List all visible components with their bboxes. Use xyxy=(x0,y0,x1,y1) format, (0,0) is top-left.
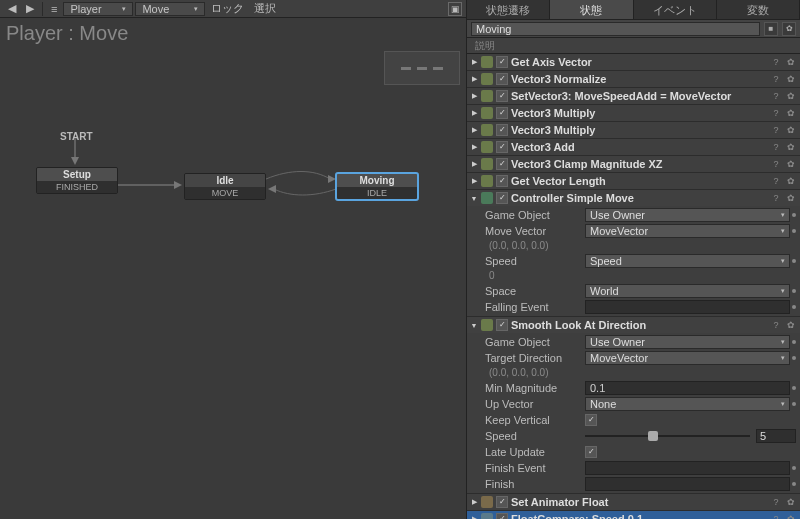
state-gear-icon[interactable]: ✿ xyxy=(782,22,796,36)
action-enabled-checkbox[interactable]: ✓ xyxy=(496,90,508,102)
var-toggle-icon[interactable] xyxy=(792,229,796,233)
tab-state[interactable]: 状態 xyxy=(550,0,633,19)
field-input[interactable] xyxy=(585,477,790,491)
gear-icon[interactable]: ✿ xyxy=(785,175,797,187)
gear-icon[interactable]: ✿ xyxy=(785,124,797,136)
state-node-moving[interactable]: Moving IDLE xyxy=(336,173,418,200)
play-button[interactable]: ▶ xyxy=(22,2,38,16)
var-toggle-icon[interactable] xyxy=(792,482,796,486)
action-enabled-checkbox[interactable]: ✓ xyxy=(496,107,508,119)
action-header[interactable]: ▶✓Vector3 Normalize?✿ xyxy=(467,71,800,87)
action-header[interactable]: ▶✓SetVector3: MoveSpeedAdd = MoveVector?… xyxy=(467,88,800,104)
gear-icon[interactable]: ✿ xyxy=(785,513,797,519)
var-toggle-icon[interactable] xyxy=(792,356,796,360)
fold-icon[interactable]: ▶ xyxy=(470,160,478,168)
action-header[interactable]: ▶✓Vector3 Multiply?✿ xyxy=(467,122,800,138)
fold-icon[interactable]: ▶ xyxy=(470,177,478,185)
action-header[interactable]: ▶✓Get Vector Length?✿ xyxy=(467,173,800,189)
fold-icon[interactable]: ▶ xyxy=(470,109,478,117)
gear-icon[interactable]: ✿ xyxy=(785,73,797,85)
help-icon[interactable]: ? xyxy=(770,175,782,187)
help-icon[interactable]: ? xyxy=(770,513,782,519)
var-toggle-icon[interactable] xyxy=(792,305,796,309)
object-dropdown[interactable]: Player xyxy=(63,2,133,16)
field-input[interactable] xyxy=(585,300,790,314)
description-label[interactable]: 説明 xyxy=(467,38,800,54)
field-input[interactable] xyxy=(585,461,790,475)
state-name-input[interactable] xyxy=(471,22,760,36)
field-checkbox[interactable]: ✓ xyxy=(585,446,597,458)
var-toggle-icon[interactable] xyxy=(792,259,796,263)
fold-icon[interactable]: ▶ xyxy=(470,515,478,519)
gear-icon[interactable]: ✿ xyxy=(785,496,797,508)
action-header[interactable]: ▶✓FloatCompare: Speed 0.1?✿ xyxy=(467,511,800,519)
action-enabled-checkbox[interactable]: ✓ xyxy=(496,73,508,85)
fold-icon[interactable]: ▶ xyxy=(470,126,478,134)
field-dropdown[interactable]: None xyxy=(585,397,790,411)
gear-icon[interactable]: ✿ xyxy=(785,319,797,331)
field-dropdown[interactable]: Use Owner xyxy=(585,335,790,349)
action-enabled-checkbox[interactable]: ✓ xyxy=(496,513,508,519)
help-icon[interactable]: ? xyxy=(770,56,782,68)
field-dropdown[interactable]: Use Owner xyxy=(585,208,790,222)
var-toggle-icon[interactable] xyxy=(792,340,796,344)
action-header[interactable]: ▼✓Controller Simple Move?✿ xyxy=(467,190,800,206)
gear-icon[interactable]: ✿ xyxy=(785,90,797,102)
help-icon[interactable]: ? xyxy=(770,141,782,153)
var-toggle-icon[interactable] xyxy=(792,466,796,470)
tab-vars[interactable]: 変数 xyxy=(717,0,800,19)
action-header[interactable]: ▶✓Set Animator Float?✿ xyxy=(467,494,800,510)
fold-icon[interactable]: ▶ xyxy=(470,75,478,83)
panel-options-icon[interactable]: ▣ xyxy=(448,2,462,16)
gear-icon[interactable]: ✿ xyxy=(785,192,797,204)
field-slider[interactable] xyxy=(585,429,796,443)
action-enabled-checkbox[interactable]: ✓ xyxy=(496,158,508,170)
back-button[interactable]: ◀ xyxy=(4,2,20,16)
var-toggle-icon[interactable] xyxy=(792,402,796,406)
lock-toggle[interactable]: ロック xyxy=(207,2,248,16)
action-enabled-checkbox[interactable]: ✓ xyxy=(496,192,508,204)
menu-button[interactable]: ≡ xyxy=(47,2,61,16)
fold-icon[interactable]: ▶ xyxy=(470,498,478,506)
color-swatch-icon[interactable]: ■ xyxy=(764,22,778,36)
tab-transition[interactable]: 状態遷移 xyxy=(467,0,550,19)
select-button[interactable]: 選択 xyxy=(250,2,280,16)
var-toggle-icon[interactable] xyxy=(792,289,796,293)
action-header[interactable]: ▶✓Vector3 Multiply?✿ xyxy=(467,105,800,121)
help-icon[interactable]: ? xyxy=(770,90,782,102)
action-header[interactable]: ▶✓Get Axis Vector?✿ xyxy=(467,54,800,70)
field-dropdown[interactable]: MoveVector xyxy=(585,351,790,365)
fold-icon[interactable]: ▶ xyxy=(470,92,478,100)
gear-icon[interactable]: ✿ xyxy=(785,56,797,68)
action-enabled-checkbox[interactable]: ✓ xyxy=(496,124,508,136)
gear-icon[interactable]: ✿ xyxy=(785,158,797,170)
help-icon[interactable]: ? xyxy=(770,158,782,170)
field-dropdown[interactable]: Speed xyxy=(585,254,790,268)
field-slider-value[interactable] xyxy=(756,429,796,443)
action-enabled-checkbox[interactable]: ✓ xyxy=(496,496,508,508)
action-enabled-checkbox[interactable]: ✓ xyxy=(496,175,508,187)
fold-icon[interactable]: ▶ xyxy=(470,58,478,66)
tab-events[interactable]: イベント xyxy=(634,0,717,19)
fold-icon[interactable]: ▼ xyxy=(470,322,478,329)
help-icon[interactable]: ? xyxy=(770,192,782,204)
action-enabled-checkbox[interactable]: ✓ xyxy=(496,56,508,68)
action-header[interactable]: ▶✓Vector3 Add?✿ xyxy=(467,139,800,155)
gear-icon[interactable]: ✿ xyxy=(785,141,797,153)
fold-icon[interactable]: ▼ xyxy=(470,195,478,202)
var-toggle-icon[interactable] xyxy=(792,213,796,217)
help-icon[interactable]: ? xyxy=(770,107,782,119)
state-node-idle[interactable]: Idle MOVE xyxy=(184,173,266,200)
field-dropdown[interactable]: World xyxy=(585,284,790,298)
gear-icon[interactable]: ✿ xyxy=(785,107,797,119)
action-enabled-checkbox[interactable]: ✓ xyxy=(496,319,508,331)
action-header[interactable]: ▼✓Smooth Look At Direction?✿ xyxy=(467,317,800,333)
help-icon[interactable]: ? xyxy=(770,496,782,508)
action-header[interactable]: ▶✓Vector3 Clamp Magnitude XZ?✿ xyxy=(467,156,800,172)
field-checkbox[interactable]: ✓ xyxy=(585,414,597,426)
help-icon[interactable]: ? xyxy=(770,73,782,85)
minimap[interactable] xyxy=(384,51,460,85)
help-icon[interactable]: ? xyxy=(770,124,782,136)
fsm-canvas[interactable]: START Setup FINISHED Idle MOVE Moving ID… xyxy=(0,45,466,519)
state-node-setup[interactable]: Setup FINISHED xyxy=(36,167,118,194)
